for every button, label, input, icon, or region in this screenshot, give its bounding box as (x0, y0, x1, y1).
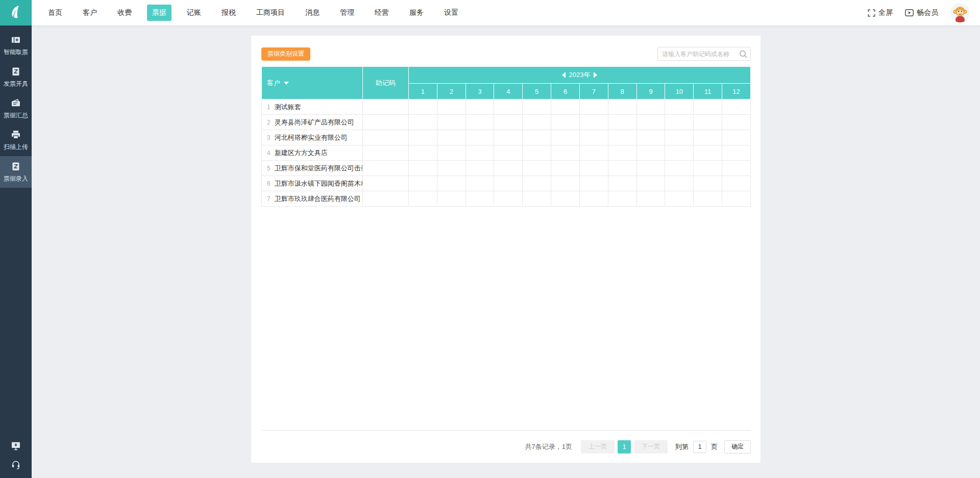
month-cell[interactable] (409, 99, 437, 115)
customer-cell[interactable]: 4新建区方方文具店 (262, 145, 363, 161)
month-cell[interactable] (494, 176, 523, 191)
month-cell[interactable] (551, 191, 580, 207)
customer-cell[interactable]: 6卫辉市汲水镇下园闻香阁苗木种... (262, 176, 363, 191)
month-cell[interactable] (722, 191, 751, 207)
month-cell[interactable] (523, 99, 551, 115)
month-cell[interactable] (636, 115, 665, 130)
nav-item-settings[interactable]: 设置 (439, 5, 463, 21)
nav-item-customers[interactable]: 客户 (78, 5, 102, 21)
month-cell[interactable] (551, 115, 580, 130)
search-icon[interactable] (739, 50, 747, 58)
month-cell[interactable] (579, 99, 608, 115)
month-cell[interactable] (494, 191, 523, 207)
month-cell[interactable] (722, 145, 751, 161)
month-cell[interactable] (694, 191, 722, 207)
month-cell[interactable] (437, 99, 465, 115)
month-cell[interactable] (409, 176, 437, 191)
prev-page-button[interactable]: 上一页 (581, 440, 615, 454)
customer-search-input[interactable] (657, 47, 751, 61)
month-cell[interactable] (465, 161, 494, 176)
month-cell[interactable] (465, 99, 494, 115)
month-cell[interactable] (636, 191, 665, 207)
customer-cell[interactable]: 7卫辉市玖玖肆合医药有限公司 (262, 191, 363, 207)
month-cell[interactable] (608, 161, 636, 176)
goto-confirm-button[interactable]: 确定 (724, 440, 751, 454)
month-cell[interactable] (694, 130, 722, 145)
month-cell[interactable] (665, 191, 694, 207)
month-cell[interactable] (523, 161, 551, 176)
month-cell[interactable] (494, 145, 523, 161)
month-cell[interactable] (409, 115, 437, 130)
month-cell[interactable] (608, 130, 636, 145)
month-cell[interactable] (437, 115, 465, 130)
customer-cell[interactable]: 3河北柯搭桦实业有限公司 (262, 130, 363, 145)
month-cell[interactable] (636, 161, 665, 176)
goto-page-input[interactable] (693, 441, 706, 453)
month-cell[interactable] (694, 99, 722, 115)
month-cell[interactable] (694, 145, 722, 161)
month-cell[interactable] (551, 161, 580, 176)
month-cell[interactable] (636, 145, 665, 161)
sidebar-item-scan-upload[interactable]: 扫描上传 (0, 124, 32, 156)
month-cell[interactable] (636, 176, 665, 191)
nav-item-bookkeeping[interactable]: 记账 (182, 5, 206, 21)
member-button[interactable]: 畅会员 (905, 8, 938, 17)
month-cell[interactable] (665, 161, 694, 176)
month-cell[interactable] (665, 176, 694, 191)
bill-category-settings-button[interactable]: 票据类别设置 (261, 47, 310, 61)
month-cell[interactable] (579, 176, 608, 191)
sidebar-item-invoice-issue[interactable]: 发票开具 (0, 61, 32, 93)
nav-item-management[interactable]: 管理 (335, 5, 359, 21)
month-cell[interactable] (608, 115, 636, 130)
month-cell[interactable] (579, 145, 608, 161)
month-cell[interactable] (636, 99, 665, 115)
month-cell[interactable] (494, 130, 523, 145)
month-cell[interactable] (409, 130, 437, 145)
customer-cell[interactable]: 2灵寿县尚泽矿产品有限公司 (262, 115, 363, 130)
sidebar-item-bill-entry[interactable]: 票据录入 (0, 156, 32, 188)
month-cell[interactable] (523, 145, 551, 161)
month-cell[interactable] (494, 161, 523, 176)
user-avatar[interactable] (950, 3, 970, 22)
month-cell[interactable] (579, 191, 608, 207)
month-cell[interactable] (465, 191, 494, 207)
month-cell[interactable] (437, 161, 465, 176)
customer-sort-caret-icon[interactable] (284, 82, 289, 85)
fullscreen-button[interactable]: 全屏 (868, 8, 893, 17)
next-page-button[interactable]: 下一页 (634, 440, 668, 454)
month-cell[interactable] (694, 161, 722, 176)
monitor-download-icon[interactable] (10, 440, 21, 451)
month-cell[interactable] (523, 115, 551, 130)
month-cell[interactable] (551, 176, 580, 191)
nav-item-home[interactable]: 首页 (43, 5, 67, 21)
month-cell[interactable] (608, 191, 636, 207)
headset-icon[interactable] (11, 460, 21, 470)
month-cell[interactable] (579, 115, 608, 130)
month-cell[interactable] (722, 99, 751, 115)
month-cell[interactable] (494, 115, 523, 130)
nav-item-bills[interactable]: 票据 (147, 5, 172, 21)
previous-year-arrow-icon[interactable] (562, 72, 566, 78)
month-cell[interactable] (722, 161, 751, 176)
app-logo[interactable] (0, 0, 32, 26)
month-cell[interactable] (722, 115, 751, 130)
month-cell[interactable] (409, 191, 437, 207)
month-cell[interactable] (523, 176, 551, 191)
customer-cell[interactable]: 5卫辉市保和堂医药有限公司击磬... (262, 161, 363, 176)
month-cell[interactable] (579, 161, 608, 176)
month-cell[interactable] (437, 191, 465, 207)
month-cell[interactable] (694, 115, 722, 130)
month-cell[interactable] (551, 130, 580, 145)
current-page-button[interactable]: 1 (618, 440, 631, 454)
month-cell[interactable] (551, 145, 580, 161)
month-cell[interactable] (409, 145, 437, 161)
month-cell[interactable] (694, 176, 722, 191)
month-cell[interactable] (465, 145, 494, 161)
nav-item-tax-filing[interactable]: 报税 (216, 5, 241, 21)
nav-item-operation[interactable]: 经营 (370, 5, 394, 21)
month-cell[interactable] (608, 145, 636, 161)
month-cell[interactable] (665, 115, 694, 130)
nav-item-services[interactable]: 服务 (404, 5, 429, 21)
month-cell[interactable] (665, 145, 694, 161)
month-cell[interactable] (437, 176, 465, 191)
